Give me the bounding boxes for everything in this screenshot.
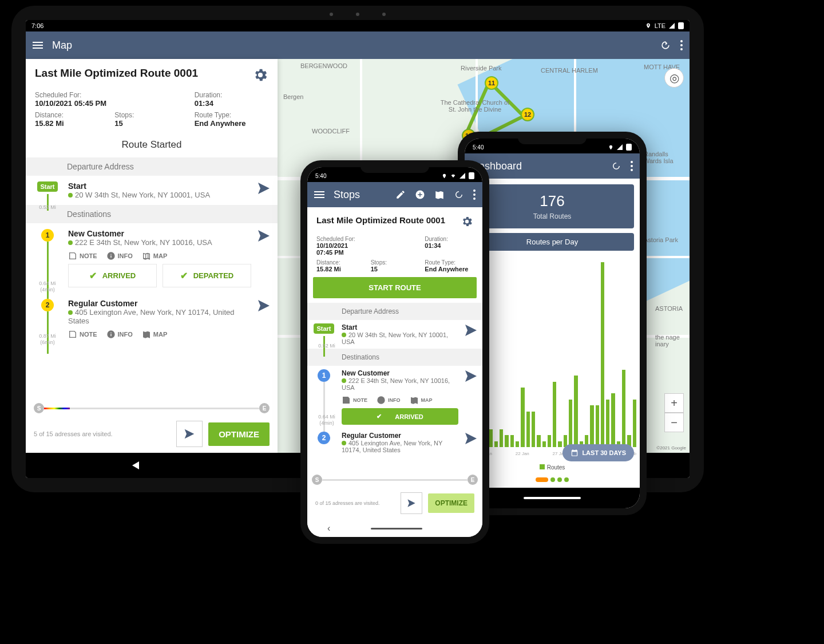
locate-button[interactable] <box>176 421 203 447</box>
arrived-button[interactable]: ✔ ARRIVED <box>342 408 458 425</box>
sync-icon[interactable] <box>454 189 464 200</box>
departed-button[interactable]: ✔DEPARTED <box>163 264 251 287</box>
stop1-addr: 222 E 34th St, New York, NY 10016, USA <box>68 238 251 247</box>
start-route-button[interactable]: START ROUTE <box>313 277 477 298</box>
navigate-icon[interactable] <box>257 299 271 313</box>
phone1-appbar: Stops <box>307 182 482 207</box>
map-pin[interactable]: 11 <box>485 76 498 90</box>
stop-start[interactable]: Start 0.52 Mi Start 20 W 34th St, New Yo… <box>307 320 482 349</box>
chart-bar[interactable] <box>601 262 604 447</box>
stops-label: Stops: <box>114 111 188 119</box>
nav-back-icon[interactable]: ‹ <box>327 523 330 534</box>
battery-icon <box>626 144 632 151</box>
stop-2[interactable]: 2 0.87 Mi(6min) Regular Customer 405 Lex… <box>26 293 278 348</box>
total-routes-card[interactable]: 176 Total Routes <box>470 184 634 228</box>
chart-bar[interactable] <box>537 435 540 447</box>
chart-bar[interactable] <box>574 376 577 447</box>
route-panel: Last Mile Optimized Route 0001 Scheduled… <box>26 59 278 453</box>
chart-bar[interactable] <box>553 382 556 447</box>
add-icon[interactable] <box>415 189 425 200</box>
edit-icon[interactable] <box>395 189 406 200</box>
chart-title-card: Routes per Day <box>470 233 634 251</box>
appbar-title: Map <box>52 39 72 52</box>
chart-bar[interactable] <box>622 370 625 447</box>
navigate-icon[interactable] <box>464 323 478 337</box>
chart-bar[interactable] <box>542 441 546 447</box>
stop-2[interactable]: 2 Regular Customer 405 Lexington Ave, Ne… <box>307 428 482 457</box>
menu-icon[interactable] <box>314 191 324 198</box>
more-icon[interactable] <box>473 189 476 200</box>
signal-icon <box>617 144 623 150</box>
route-slider[interactable]: S E <box>312 473 478 487</box>
menu-icon[interactable] <box>33 42 43 49</box>
chart-bar[interactable] <box>521 388 524 447</box>
chart-bar[interactable] <box>505 435 508 447</box>
chart-bar[interactable] <box>510 435 514 447</box>
zoom-out-button[interactable]: − <box>664 413 684 432</box>
stop-1[interactable]: 1 0.64 Mi(4min) New Customer 222 E 34th … <box>26 223 278 293</box>
sync-icon[interactable] <box>611 161 621 171</box>
map-pin[interactable]: 12 <box>521 108 534 121</box>
map-label: CENTRAL HARLEM <box>541 67 598 74</box>
map-label: Bergen <box>283 93 303 100</box>
slider-end[interactable]: E <box>259 403 270 413</box>
chart-bar[interactable] <box>569 400 572 447</box>
compass-icon[interactable]: ◎ <box>664 68 684 88</box>
chart-bar[interactable] <box>596 405 599 447</box>
chart-bar[interactable] <box>548 435 551 447</box>
note-button[interactable]: NOTE <box>68 330 97 339</box>
chart-bar[interactable] <box>516 441 519 447</box>
sync-icon[interactable] <box>660 39 671 51</box>
stop-1[interactable]: 1 0.64 Mi(4min) New Customer 222 E 34th … <box>307 366 482 428</box>
optimize-button[interactable]: OPTIMIZE <box>208 422 270 446</box>
slider-start[interactable]: S <box>34 403 44 413</box>
map-button[interactable]: MAP <box>410 396 433 405</box>
stop-start[interactable]: Start 0.52 Mi Start 20 W 34th St, New Yo… <box>26 176 278 205</box>
nav-back-icon[interactable] <box>132 461 139 469</box>
map-button[interactable]: MAP <box>142 251 167 260</box>
map-button[interactable]: MAP <box>142 330 167 339</box>
chart-bar[interactable] <box>590 405 593 447</box>
locate-button[interactable] <box>401 492 422 514</box>
date-range-button[interactable]: LAST 30 DAYS <box>562 444 634 461</box>
more-icon[interactable] <box>631 161 633 171</box>
chart-bar[interactable] <box>526 412 530 447</box>
phone2-appbar: Dashboard <box>465 153 640 179</box>
map-label: ASTORIA <box>655 305 683 312</box>
navigate-icon[interactable] <box>257 229 271 243</box>
note-button[interactable]: NOTE <box>342 396 367 405</box>
section-departure: Departure Address <box>26 157 278 176</box>
pager-dots[interactable] <box>465 471 640 488</box>
map-label: BERGENWOOD <box>300 62 347 69</box>
section-destinations: Destinations <box>307 349 482 366</box>
stop2-dist: 0.87 Mi(6min) <box>34 333 61 346</box>
chart-bar[interactable] <box>558 441 561 447</box>
more-icon[interactable] <box>680 40 683 50</box>
nav-home-icon[interactable] <box>371 528 422 530</box>
chart-bar[interactable] <box>500 429 503 447</box>
gear-icon[interactable] <box>461 215 473 228</box>
navigate-icon[interactable] <box>257 181 271 195</box>
chart-bar[interactable] <box>532 412 535 447</box>
chart-bar[interactable] <box>633 400 636 447</box>
info-button[interactable]: INFO <box>106 251 133 260</box>
zoom-in-button[interactable]: + <box>664 393 684 413</box>
chart-bar[interactable] <box>611 393 615 447</box>
chart-bar[interactable] <box>606 400 609 447</box>
route-slider[interactable]: S E <box>34 401 270 415</box>
info-button[interactable]: INFO <box>377 396 401 405</box>
navigate-icon[interactable] <box>464 432 478 445</box>
status-time: 7:06 <box>31 22 43 29</box>
routes-chart[interactable]: 17 Jan22 Jan27 Jan1 Feb6 Feb <box>478 256 636 464</box>
info-button[interactable]: INFO <box>106 330 133 339</box>
signal-icon <box>669 23 675 29</box>
svg-point-1 <box>377 396 385 404</box>
optimize-button[interactable]: OPTIMIZE <box>428 493 474 513</box>
note-button[interactable]: NOTE <box>68 251 97 260</box>
arrived-button[interactable]: ✔ARRIVED <box>68 264 157 287</box>
navigate-icon[interactable] <box>464 369 478 383</box>
chart-bar[interactable] <box>494 441 498 447</box>
chart-bar[interactable] <box>489 429 493 447</box>
map-icon[interactable] <box>434 189 445 200</box>
gear-icon[interactable] <box>252 67 268 83</box>
